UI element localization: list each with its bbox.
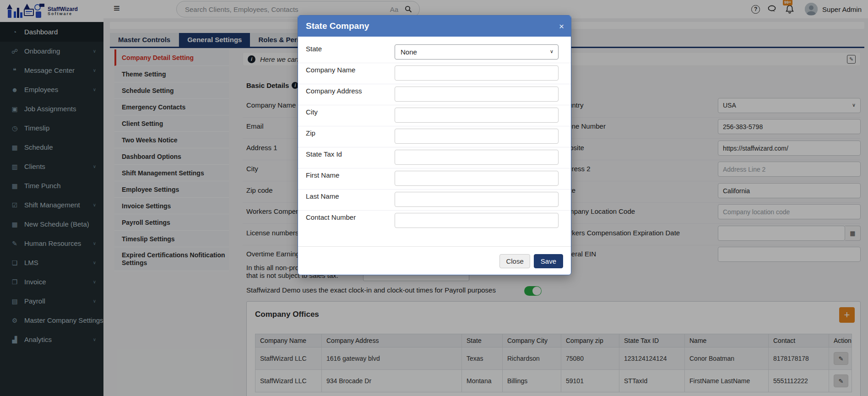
modal-label-company-address: Company Address [306, 84, 395, 105]
modal-title: State Company [306, 21, 559, 31]
company-name-field[interactable] [395, 65, 559, 81]
modal-label-zip: Zip [306, 126, 395, 147]
save-button[interactable]: Save [534, 254, 563, 268]
modal-row-state-tax-id: State Tax Id [298, 147, 571, 168]
modal-label-city: City [306, 105, 395, 126]
zip-field[interactable] [395, 129, 559, 144]
modal-row-last-name: Last Name [298, 190, 571, 211]
modal-label-state-tax-id: State Tax Id [306, 147, 395, 168]
modal-label-state: State [306, 42, 395, 63]
modal-header: State Company × [298, 16, 571, 37]
modal-footer: Close Save [298, 246, 571, 275]
last-name-field[interactable] [395, 192, 559, 207]
chevron-down-icon: ∨ [550, 49, 553, 54]
close-icon[interactable]: × [559, 22, 564, 31]
modal-body: State None∨ Company Name Company Address… [298, 37, 571, 232]
modal-row-city: City [298, 105, 571, 126]
modal-label-contact-number: Contact Number [306, 211, 395, 232]
modal-row-contact-number: Contact Number [298, 211, 571, 232]
state-select[interactable]: None∨ [395, 44, 559, 60]
modal-label-last-name: Last Name [306, 190, 395, 210]
modal-label-first-name: First Name [306, 168, 395, 189]
state-tax-id-field[interactable] [395, 150, 559, 165]
state-company-modal: State Company × State None∨ Company Name… [298, 15, 571, 275]
city-field[interactable] [395, 108, 559, 123]
first-name-field[interactable] [395, 171, 559, 186]
company-address-field[interactable] [395, 87, 559, 102]
app-page: StaffWizard Software ≡ Aa ? 99+ [0, 0, 868, 396]
modal-row-company-address: Company Address [298, 84, 571, 105]
close-button[interactable]: Close [499, 254, 530, 268]
modal-row-first-name: First Name [298, 168, 571, 190]
contact-number-field[interactable] [395, 213, 559, 228]
modal-row-zip: Zip [298, 126, 571, 147]
modal-row-state: State None∨ [298, 42, 571, 63]
modal-label-company-name: Company Name [306, 63, 395, 84]
modal-row-company-name: Company Name [298, 63, 571, 84]
